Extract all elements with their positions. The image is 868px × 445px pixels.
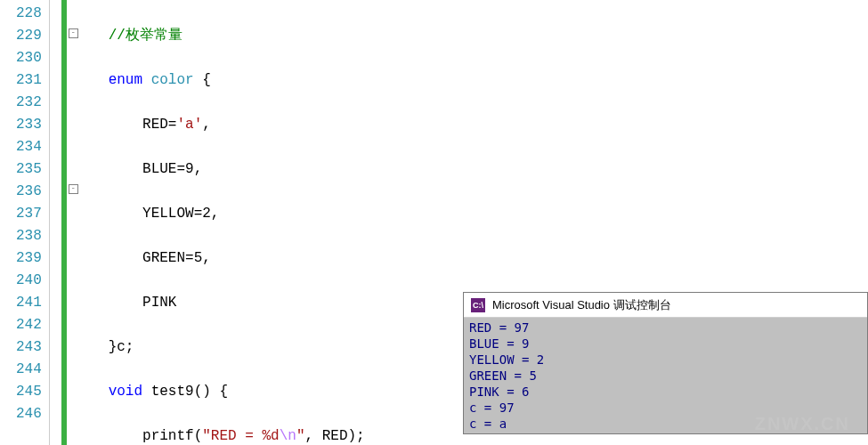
debug-console-window[interactable]: C:\ Microsoft Visual Studio 调试控制台 RED = … [463, 292, 868, 434]
line-number: 246 [16, 403, 42, 425]
line-number: 245 [16, 381, 42, 403]
vs-icon: C:\ [471, 298, 485, 312]
line-number: 239 [16, 247, 42, 270]
line-number: 242 [16, 314, 42, 336]
paren: () { [194, 384, 228, 400]
line-number: 238 [16, 225, 42, 247]
watermark: ZNWX.CN [755, 414, 850, 434]
comma: , [202, 117, 211, 133]
line-number: 240 [16, 270, 42, 292]
line-number: 231 [16, 69, 42, 92]
enum-member: YELLOW=2, [142, 206, 219, 222]
code-area[interactable]: //枚举常量 enum color { RED='a', BLUE=9, YEL… [81, 0, 416, 445]
line-number: 236 [16, 181, 42, 203]
line-number: 241 [16, 292, 42, 314]
line-number: 235 [16, 158, 42, 181]
brace: { [194, 72, 211, 88]
char-literal: 'a' [176, 117, 202, 133]
line-number: 244 [16, 359, 42, 381]
line-number: 234 [16, 136, 42, 158]
line-number-gutter: 228 229 230 231 232 233 234 235 236 237 … [0, 0, 49, 445]
indicator-margin [49, 0, 61, 445]
fold-toggle-icon[interactable]: - [69, 28, 78, 38]
fold-toggle-icon[interactable]: - [69, 184, 78, 194]
console-line: BLUE = 9 [469, 336, 862, 352]
line-number: 237 [16, 203, 42, 225]
type-name: color [142, 72, 194, 88]
printf-call: printf [142, 428, 194, 444]
enum-member: GREEN=5, [142, 250, 211, 266]
console-line: GREEN = 5 [469, 368, 862, 384]
console-line: YELLOW = 2 [469, 352, 862, 368]
comment: //枚举常量 [109, 28, 183, 44]
console-title: Microsoft Visual Studio 调试控制台 [492, 297, 671, 313]
line-number: 233 [16, 114, 42, 136]
function-name: test9 [142, 384, 194, 400]
brace: }c; [109, 339, 134, 355]
line-number: 232 [16, 92, 42, 114]
console-line: PINK = 6 [469, 384, 862, 400]
line-number: 228 [16, 3, 42, 25]
line-number: 230 [16, 47, 42, 69]
console-titlebar[interactable]: C:\ Microsoft Visual Studio 调试控制台 [464, 293, 867, 318]
fold-margin: - - [67, 0, 81, 445]
enum-member: PINK [142, 295, 176, 311]
keyword-void: void [109, 384, 142, 400]
enum-member: BLUE=9, [142, 161, 202, 177]
line-number: 229 [16, 25, 42, 47]
enum-member: RED= [142, 117, 176, 133]
line-number: 243 [16, 336, 42, 359]
keyword-enum: enum [109, 72, 142, 88]
console-line: RED = 97 [469, 320, 862, 336]
